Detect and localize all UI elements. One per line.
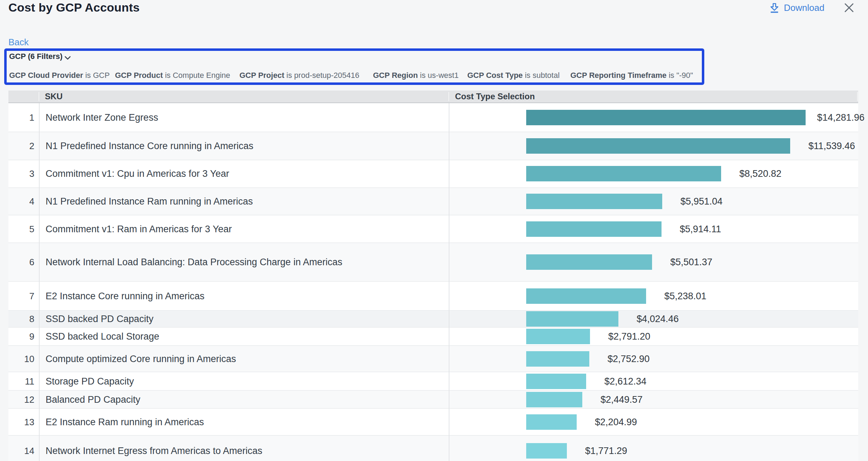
bar-value-label: $2,204.99 xyxy=(595,416,637,427)
table-row[interactable]: 1Network Inter Zone Egress$14,281.96 xyxy=(8,103,858,132)
column-header-cost-type[interactable]: Cost Type Selection xyxy=(455,91,535,102)
table-row[interactable]: 5Commitment v1: Ram in Americas for 3 Ye… xyxy=(8,215,858,242)
filter-name: GCP Product xyxy=(115,71,163,80)
row-sku: N1 Predefined Instance Ram running in Am… xyxy=(46,196,253,207)
row-sku: SSD backed Local Storage xyxy=(46,331,159,342)
table-row[interactable]: 7E2 Instance Core running in Americas$5,… xyxy=(8,281,858,310)
download-label: Download xyxy=(784,2,825,13)
filter-item: GCP Region is us-west1 xyxy=(373,70,459,81)
bar[interactable] xyxy=(526,288,646,304)
bar[interactable] xyxy=(526,311,618,327)
row-sku: SSD backed PD Capacity xyxy=(46,314,154,325)
row-rank: 8 xyxy=(8,314,34,325)
filter-item: GCP Cloud Provider is GCP xyxy=(9,70,110,81)
bar[interactable] xyxy=(526,392,582,407)
filter-item: GCP Cost Type is subtotal xyxy=(467,70,560,81)
filter-group-toggle[interactable]: GCP (6 Filters) xyxy=(9,51,62,62)
filter-name: GCP Region xyxy=(373,71,418,80)
table-row[interactable]: 14Network Internet Egress from Americas … xyxy=(8,435,858,461)
column-divider xyxy=(857,92,858,101)
table-row[interactable]: 3Commitment v1: Cpu in Americas for 3 Ye… xyxy=(8,160,858,187)
filter-condition: is Compute Engine xyxy=(165,71,230,80)
filter-condition: is "-90" xyxy=(669,71,693,80)
table-row[interactable]: 11Storage PD Capacity$2,612.34 xyxy=(8,372,858,390)
table-row[interactable]: 10Compute optimized Core running in Amer… xyxy=(8,345,858,372)
bar-value-label: $1,771.29 xyxy=(585,446,627,456)
row-rank: 9 xyxy=(8,331,34,342)
row-rank: 12 xyxy=(8,394,34,405)
row-rank: 7 xyxy=(8,290,34,301)
bar-value-label: $11,539.46 xyxy=(808,141,855,152)
filter-item: GCP Product is Compute Engine xyxy=(115,70,230,81)
row-sku: Network Internal Load Balancing: Data Pr… xyxy=(46,257,342,268)
close-icon[interactable] xyxy=(844,3,854,13)
bar[interactable] xyxy=(526,110,806,125)
bar[interactable] xyxy=(526,414,577,430)
bar-value-label: $2,449.57 xyxy=(601,394,643,405)
filter-item: GCP Reporting Timeframe is "-90" xyxy=(570,70,693,81)
row-rank: 14 xyxy=(8,446,34,456)
column-divider xyxy=(39,103,40,461)
row-sku: E2 Instance Ram running in Americas xyxy=(46,416,204,427)
filter-name: GCP Cloud Provider xyxy=(9,71,83,80)
bar[interactable] xyxy=(526,374,586,389)
row-sku: Commitment v1: Ram in Americas for 3 Yea… xyxy=(46,223,232,234)
row-sku: Network Inter Zone Egress xyxy=(46,112,158,123)
chevron-down-icon[interactable] xyxy=(65,55,71,62)
table-row[interactable]: 8SSD backed PD Capacity$4,024.46 xyxy=(8,310,858,327)
row-rank: 6 xyxy=(8,257,34,268)
bar[interactable] xyxy=(526,254,652,270)
filter-item: GCP Project is prod-setup-205416 xyxy=(239,70,359,81)
filter-name: GCP Reporting Timeframe xyxy=(570,71,666,80)
bar[interactable] xyxy=(526,138,790,154)
filter-name: GCP Cost Type xyxy=(467,71,523,80)
row-sku: Commitment v1: Cpu in Americas for 3 Yea… xyxy=(46,168,229,179)
back-link[interactable]: Back xyxy=(8,37,29,47)
row-sku: Balanced PD Capacity xyxy=(46,394,140,405)
bar[interactable] xyxy=(526,329,590,344)
column-header-sku[interactable]: SKU xyxy=(45,91,63,102)
bar-value-label: $2,791.20 xyxy=(608,331,650,342)
bar[interactable] xyxy=(526,221,662,237)
table-header: SKU Cost Type Selection xyxy=(8,91,858,103)
row-sku: N1 Predefined Instance Core running in A… xyxy=(46,141,253,152)
filter-condition: is us-west1 xyxy=(420,71,459,80)
filter-condition: is subtotal xyxy=(525,71,560,80)
bar-value-label: $5,951.04 xyxy=(680,196,723,207)
download-button[interactable]: Download xyxy=(768,2,828,14)
bar-value-label: $5,914.11 xyxy=(680,223,721,234)
row-rank: 10 xyxy=(8,353,34,364)
column-divider xyxy=(448,92,449,101)
bar-value-label: $4,024.46 xyxy=(637,314,679,325)
table-row[interactable]: 2N1 Predefined Instance Core running in … xyxy=(8,132,858,160)
row-rank: 4 xyxy=(8,196,34,207)
column-divider xyxy=(449,103,449,461)
bar-value-label: $8,520.82 xyxy=(739,168,781,179)
row-rank: 1 xyxy=(8,112,34,123)
table-row[interactable]: 12Balanced PD Capacity$2,449.57 xyxy=(8,390,858,408)
row-rank: 2 xyxy=(8,141,34,152)
filter-condition: is GCP xyxy=(85,71,110,80)
table-row[interactable]: 4N1 Predefined Instance Ram running in A… xyxy=(8,187,858,215)
bar-value-label: $5,501.37 xyxy=(670,257,712,268)
row-sku: Network Internet Egress from Americas to… xyxy=(46,446,262,456)
row-sku: Storage PD Capacity xyxy=(46,376,134,387)
filter-name: GCP Project xyxy=(239,71,284,80)
bar-value-label: $2,752.90 xyxy=(608,353,650,364)
column-divider xyxy=(39,92,39,101)
row-rank: 5 xyxy=(8,223,34,234)
row-sku: Compute optimized Core running in Americ… xyxy=(46,353,236,364)
table-row[interactable]: 6Network Internal Load Balancing: Data P… xyxy=(8,242,858,281)
row-rank: 3 xyxy=(8,168,34,179)
download-icon xyxy=(768,3,781,15)
bar[interactable] xyxy=(526,194,662,209)
row-rank: 11 xyxy=(8,376,34,387)
bar[interactable] xyxy=(526,166,721,181)
bar-value-label: $2,612.34 xyxy=(604,376,646,387)
bar[interactable] xyxy=(526,351,589,367)
table-row[interactable]: 13E2 Instance Ram running in Americas$2,… xyxy=(8,408,858,435)
bar[interactable] xyxy=(526,443,567,459)
bar-value-label: $5,238.01 xyxy=(664,290,706,301)
table-row[interactable]: 9SSD backed Local Storage$2,791.20 xyxy=(8,327,858,345)
page-title: Cost by GCP Accounts xyxy=(8,0,140,14)
